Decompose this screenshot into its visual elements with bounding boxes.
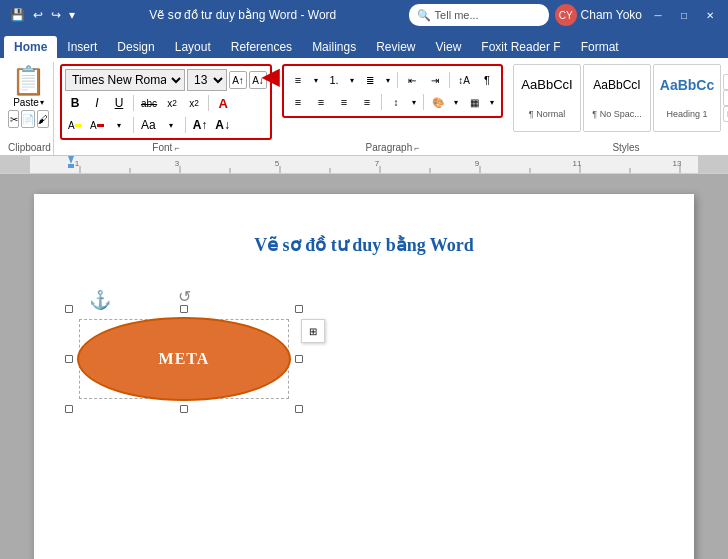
font-grow-button[interactable]: A↑ [229,71,247,89]
numbering-button[interactable]: 1. [323,69,345,91]
ribbon: 📋 Paste ▾ ✂ 📄 🖌 Clipboard Times New Roma… [0,58,728,156]
document-title: Vẽ sơ đồ tư duy bằng Word [94,234,634,256]
font-grow2-button[interactable]: A↑ [190,115,211,135]
handle-middle-right[interactable] [295,355,303,363]
text-highlight-button[interactable]: A [65,115,85,135]
align-left-button[interactable]: ≡ [287,91,309,113]
case-dropdown[interactable]: ▾ [161,115,181,135]
tab-mailings[interactable]: Mailings [302,36,366,58]
font-color-button[interactable]: A [87,115,107,135]
multilevel-dropdown[interactable]: ▾ [382,69,394,91]
increase-indent-button[interactable]: ⇥ [424,69,446,91]
sort-button[interactable]: ↕A [453,69,475,91]
font-size-select[interactable]: 13 11 12 14 16 18 [187,69,227,91]
meta-shape[interactable]: META [77,317,291,401]
style-h1-label: Heading 1 [666,109,707,119]
username: Cham Yoko [581,8,642,22]
font-dialog-launcher[interactable]: ⌐ [174,143,179,153]
styles-scroll-down[interactable]: ▼ [723,90,728,106]
tab-format[interactable]: Format [571,36,629,58]
ribbon-tab-bar: Home Insert Design Layout References Mai… [0,30,728,58]
strikethrough-button[interactable]: abc [138,93,160,113]
change-case-button[interactable]: Aa [138,115,159,135]
restore-button[interactable]: □ [674,8,694,22]
tab-layout[interactable]: Layout [165,36,221,58]
clear-format-button[interactable]: A [213,93,233,113]
paste-button[interactable]: 📋 Paste ▾ [8,64,49,108]
handle-top-left[interactable] [65,305,73,313]
borders-dropdown[interactable]: ▾ [486,91,498,113]
para-sep3 [381,94,382,110]
tell-me-box[interactable]: 🔍 Tell me... [409,4,549,26]
justify-button[interactable]: ≡ [356,91,378,113]
handle-middle-left[interactable] [65,355,73,363]
decrease-indent-button[interactable]: ⇤ [401,69,423,91]
search-icon: 🔍 [417,9,431,22]
style-heading1[interactable]: AaBbCc Heading 1 [653,64,721,132]
paste-label: Paste [13,97,39,108]
tab-design[interactable]: Design [107,36,164,58]
separator [133,95,134,111]
font-name-select[interactable]: Times New Roman [65,69,185,91]
paragraph-group: ◀ ≡ ▾ 1. ▾ ≣ ▾ ⇤ ⇥ ↕A ¶ ≡ ≡ ≡ ≡ [278,62,507,155]
align-center-button[interactable]: ≡ [310,91,332,113]
tab-insert[interactable]: Insert [57,36,107,58]
separator3 [133,117,134,133]
undo-icon[interactable]: ↩ [31,6,45,24]
minimize-button[interactable]: ─ [648,8,668,22]
user-avatar: CY [555,4,577,26]
svg-rect-24 [68,164,74,168]
subscript-button[interactable]: x2 [162,93,182,113]
underline-button[interactable]: U [109,93,129,113]
font-shrink2-button[interactable]: A↓ [212,115,233,135]
para-sep1 [397,72,398,88]
paragraph-mark-button[interactable]: ¶ [476,69,498,91]
handle-top-right[interactable] [295,305,303,313]
font-color-dropdown[interactable]: ▾ [109,115,129,135]
tab-review[interactable]: Review [366,36,425,58]
shape-container[interactable]: ↺ META ⊞ [69,309,299,409]
layout-options-button[interactable]: ⊞ [301,319,325,343]
align-right-button[interactable]: ≡ [333,91,355,113]
title-bar: 💾 ↩ ↪ ▾ Vẽ sơ đồ tư duy bằng Word - Word… [0,0,728,30]
format-painter-button[interactable]: 🖌 [37,110,49,128]
rotate-handle[interactable]: ↺ [178,287,191,306]
style-normal[interactable]: AaBbCcI ¶ Normal [513,64,581,132]
tab-references[interactable]: References [221,36,302,58]
tab-foxit[interactable]: Foxit Reader F [471,36,570,58]
style-nospace-label: ¶ No Spac... [592,109,641,119]
superscript-button[interactable]: x2 [184,93,204,113]
line-spacing-button[interactable]: ↕ [385,91,407,113]
handle-bottom-left[interactable] [65,405,73,413]
quick-access-toolbar[interactable]: 💾 ↩ ↪ ▾ [8,6,77,24]
style-nospace[interactable]: AaBbCcI ¶ No Spac... [583,64,651,132]
close-button[interactable]: ✕ [700,8,720,22]
bullets-dropdown[interactable]: ▾ [310,69,322,91]
redo-icon[interactable]: ↪ [49,6,63,24]
handle-bottom-right[interactable] [295,405,303,413]
svg-rect-1 [698,156,728,174]
tab-view[interactable]: View [426,36,472,58]
multilevel-list-button[interactable]: ≣ [359,69,381,91]
styles-scroll-up[interactable]: ▲ [723,74,728,90]
numbering-dropdown[interactable]: ▾ [346,69,358,91]
handle-top-middle[interactable] [180,305,188,313]
line-spacing-dropdown[interactable]: ▾ [408,91,420,113]
tell-me-placeholder: Tell me... [435,9,479,21]
qa-dropdown-icon[interactable]: ▾ [67,6,77,24]
shading-dropdown[interactable]: ▾ [450,91,462,113]
bold-button[interactable]: B [65,93,85,113]
copy-button[interactable]: 📄 [21,110,35,128]
handle-bottom-middle[interactable] [180,405,188,413]
font-shrink-button[interactable]: A↓ [249,71,267,89]
shading-button[interactable]: 🎨 [427,91,449,113]
cut-button[interactable]: ✂ [8,110,19,128]
borders-button[interactable]: ▦ [463,91,485,113]
paste-dropdown-icon: ▾ [40,98,44,107]
italic-button[interactable]: I [87,93,107,113]
paragraph-dialog-launcher[interactable]: ⌐ [414,143,419,153]
save-icon[interactable]: 💾 [8,6,27,24]
styles-expand[interactable]: ⊞ [723,106,728,122]
bullets-button[interactable]: ≡ [287,69,309,91]
tab-home[interactable]: Home [4,36,57,58]
